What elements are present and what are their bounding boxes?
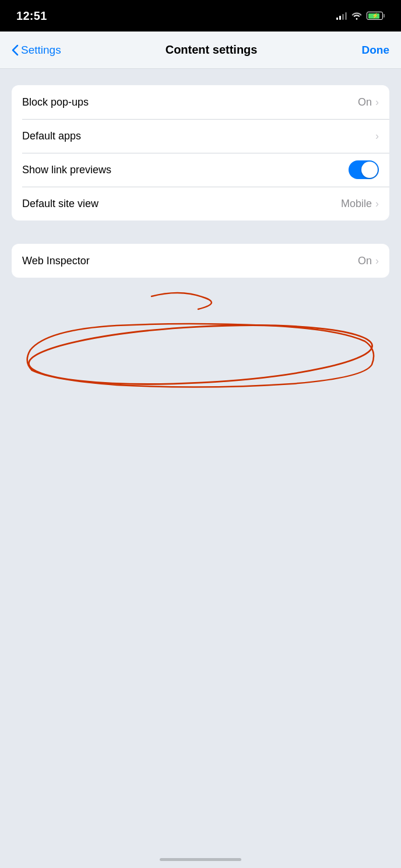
default-apps-chevron: › [375, 130, 379, 142]
show-link-previews-label: Show link previews [22, 164, 111, 176]
status-bar: 12:51 ⚡ [0, 0, 401, 32]
web-inspector-value: On [358, 255, 372, 267]
block-popups-row[interactable]: Block pop-ups On › [12, 85, 389, 119]
svg-point-0 [27, 318, 374, 392]
default-site-view-right: Mobile › [341, 198, 379, 210]
default-apps-label: Default apps [22, 130, 81, 142]
settings-group-1: Block pop-ups On › Default apps › Show l… [12, 85, 389, 220]
toggle-knob [361, 162, 378, 178]
status-time: 12:51 [16, 9, 47, 23]
web-inspector-row[interactable]: Web Inspector On › [12, 244, 389, 278]
block-popups-value: On [358, 96, 372, 108]
default-apps-row[interactable]: Default apps › [12, 119, 389, 153]
back-label: Settings [21, 44, 61, 57]
wifi-icon [351, 12, 362, 20]
settings-group-2: Web Inspector On › [12, 244, 389, 278]
nav-bar: Settings Content settings Done [0, 32, 401, 69]
signal-icon [336, 12, 347, 20]
default-site-view-row[interactable]: Default site view Mobile › [12, 187, 389, 220]
show-link-previews-row[interactable]: Show link previews [12, 153, 389, 187]
web-inspector-chevron: › [375, 255, 379, 267]
page-title: Content settings [166, 43, 258, 57]
content-area: Block pop-ups On › Default apps › Show l… [0, 69, 401, 294]
battery-icon: ⚡ [367, 12, 385, 20]
done-button[interactable]: Done [362, 44, 390, 57]
back-button[interactable]: Settings [12, 44, 61, 57]
default-site-view-value: Mobile [341, 198, 372, 210]
block-popups-label: Block pop-ups [22, 96, 89, 108]
default-site-view-chevron: › [375, 198, 379, 210]
show-link-previews-toggle[interactable] [349, 160, 379, 179]
status-icons: ⚡ [336, 12, 385, 20]
block-popups-chevron: › [375, 96, 379, 108]
block-popups-right: On › [358, 96, 379, 108]
home-indicator [160, 858, 241, 861]
default-apps-right: › [375, 130, 379, 142]
web-inspector-label: Web Inspector [22, 255, 90, 267]
web-inspector-right: On › [358, 255, 379, 267]
default-site-view-label: Default site view [22, 198, 99, 210]
show-link-previews-right [349, 160, 379, 179]
